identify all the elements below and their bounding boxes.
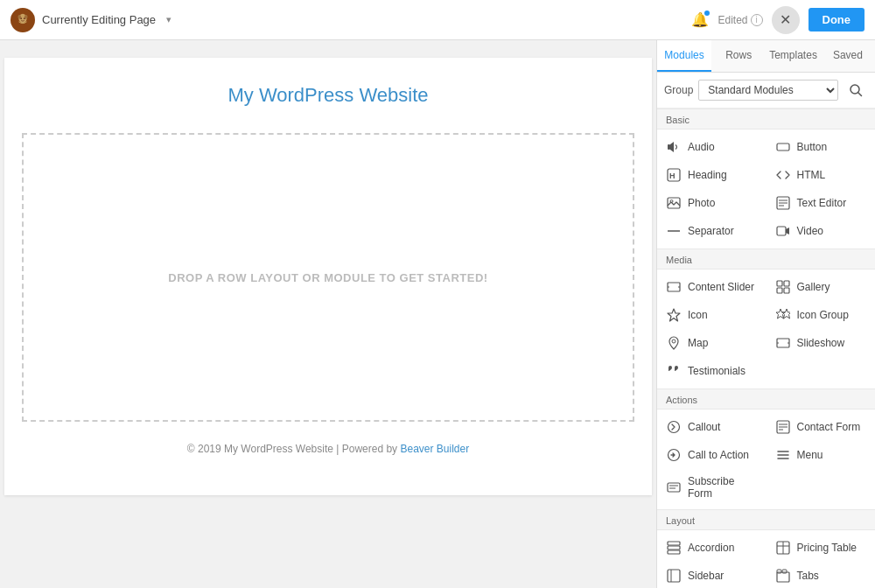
map-icon <box>666 335 682 351</box>
gallery-icon <box>775 279 791 295</box>
module-html[interactable]: HTML <box>766 161 876 189</box>
tab-rows[interactable]: Rows <box>711 40 766 72</box>
drop-zone[interactable]: Drop a Row Layout or Module to get start… <box>22 133 634 422</box>
module-subscribe-form[interactable]: Subscribe Form <box>657 469 766 506</box>
modules-list: Basic Audio Button H <box>657 108 875 588</box>
module-testimonials[interactable]: Testimonials <box>657 357 766 385</box>
module-video[interactable]: Video <box>766 217 876 245</box>
svg-rect-47 <box>668 550 680 554</box>
module-content-slider[interactable]: Content Slider <box>657 273 766 301</box>
basic-modules-grid: Audio Button H Heading <box>657 130 875 248</box>
module-tabs-label: Tabs <box>797 570 819 582</box>
accordion-icon <box>666 540 682 556</box>
separator-icon <box>666 223 682 239</box>
svg-line-6 <box>858 93 862 96</box>
module-content-slider-label: Content Slider <box>688 281 754 293</box>
chevron-down-icon[interactable]: ▾ <box>166 14 172 25</box>
module-audio[interactable]: Audio <box>657 133 766 161</box>
module-menu-label: Menu <box>797 449 823 461</box>
drop-zone-text: Drop a Row Layout or Module to get start… <box>168 271 487 284</box>
svg-point-29 <box>672 340 676 343</box>
heading-icon: H <box>666 167 682 183</box>
tab-modules[interactable]: Modules <box>657 40 711 72</box>
module-photo[interactable]: Photo <box>657 189 766 217</box>
slideshow-icon <box>775 335 791 351</box>
page-wrapper: My WordPress Website Drop a Row Layout o… <box>4 58 652 495</box>
page-title: My WordPress Website <box>22 84 634 107</box>
beaver-builder-link[interactable]: Beaver Builder <box>400 443 469 455</box>
notification-dot <box>704 10 710 16</box>
module-separator[interactable]: Separator <box>657 217 766 245</box>
section-layout: Layout <box>657 509 875 530</box>
editing-label: Currently Editing Page <box>42 13 156 26</box>
close-button[interactable]: ✕ <box>772 6 800 34</box>
tab-saved[interactable]: Saved <box>821 40 875 72</box>
module-heading[interactable]: H Heading <box>657 161 766 189</box>
menu-icon <box>775 447 791 463</box>
module-slideshow-label: Slideshow <box>797 337 845 349</box>
module-accordion[interactable]: Accordion <box>657 534 766 562</box>
photo-icon <box>666 195 682 211</box>
notifications-bell-icon[interactable]: 🔔 <box>691 11 709 28</box>
edited-status: Edited i <box>718 14 762 26</box>
module-call-to-action-label: Call to Action <box>688 449 749 461</box>
module-icon-label: Icon <box>688 309 708 321</box>
done-button[interactable]: Done <box>808 8 865 32</box>
svg-rect-7 <box>668 144 670 150</box>
search-button[interactable] <box>844 78 868 102</box>
svg-point-3 <box>20 18 22 19</box>
svg-point-33 <box>668 422 680 433</box>
svg-rect-46 <box>668 546 680 550</box>
info-icon[interactable]: i <box>751 14 763 26</box>
module-icon[interactable]: Icon <box>657 301 766 329</box>
top-bar-left: Currently Editing Page ▾ <box>10 8 172 32</box>
section-media: Media <box>657 248 875 270</box>
module-menu[interactable]: Menu <box>766 441 876 469</box>
module-gallery[interactable]: Gallery <box>766 273 876 301</box>
module-call-to-action[interactable]: Call to Action <box>657 441 766 469</box>
site-logo <box>10 8 35 32</box>
svg-rect-23 <box>784 281 789 286</box>
svg-rect-53 <box>777 572 789 582</box>
video-icon <box>775 223 791 239</box>
contact-form-icon <box>775 419 791 435</box>
layout-modules-grid: Accordion Pricing Table Sidebar <box>657 530 875 588</box>
module-contact-form[interactable]: Contact Form <box>766 413 876 441</box>
sidebar-icon <box>666 568 682 584</box>
module-slideshow[interactable]: Slideshow <box>766 329 876 357</box>
module-tabs[interactable]: Tabs <box>766 562 876 588</box>
svg-rect-22 <box>777 281 782 286</box>
svg-rect-30 <box>777 339 789 347</box>
tab-templates[interactable]: Templates <box>766 40 821 72</box>
svg-rect-51 <box>668 570 680 582</box>
module-callout[interactable]: Callout <box>657 413 766 441</box>
module-map[interactable]: Map <box>657 329 766 357</box>
module-subscribe-form-label: Subscribe Form <box>688 475 758 500</box>
module-text-editor[interactable]: Text Editor <box>766 189 876 217</box>
testimonials-icon <box>666 363 682 379</box>
svg-rect-11 <box>668 198 680 208</box>
html-icon <box>775 167 791 183</box>
module-map-label: Map <box>688 337 708 349</box>
content-slider-icon <box>666 279 682 295</box>
section-actions: Actions <box>657 388 875 410</box>
svg-text:H: H <box>669 172 676 180</box>
module-sidebar[interactable]: Sidebar <box>657 562 766 588</box>
module-sidebar-label: Sidebar <box>688 570 724 582</box>
callout-icon <box>666 419 682 435</box>
svg-rect-25 <box>784 288 789 293</box>
main-content: My WordPress Website Drop a Row Layout o… <box>0 40 875 588</box>
module-button[interactable]: Button <box>766 133 876 161</box>
svg-point-4 <box>24 18 25 19</box>
module-separator-label: Separator <box>688 225 734 237</box>
panel-tabs: Modules Rows Templates Saved <box>657 40 875 73</box>
module-pricing-table[interactable]: Pricing Table <box>766 534 876 562</box>
section-basic: Basic <box>657 108 875 130</box>
group-label: Group <box>664 84 693 96</box>
top-bar-right: 🔔 Edited i ✕ Done <box>691 6 864 34</box>
icon-module-icon <box>666 307 682 323</box>
module-icon-group[interactable]: Icon Group <box>766 301 876 329</box>
svg-rect-8 <box>777 144 789 150</box>
group-select[interactable]: Standard Modules <box>698 80 838 101</box>
modules-panel: Modules Rows Templates Saved Group Stand… <box>656 40 875 588</box>
